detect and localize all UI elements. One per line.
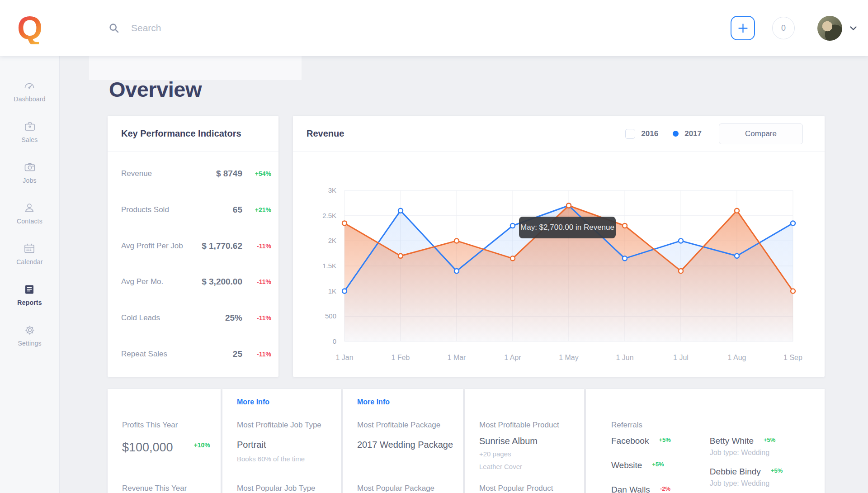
referral-delta: -2% [660,485,670,492]
svg-text:1 Aug: 1 Aug [728,354,746,361]
referral-name: Website [611,460,642,470]
kpi-delta: -11% [242,278,271,285]
product-panel: Most Profitable Product Sunrise Album +2… [465,389,584,493]
revenue-this-year-label: Revenue This Year [122,484,187,493]
svg-text:1 May: 1 May [559,354,579,361]
referral-delta: +5% [764,436,775,443]
svg-text:1K: 1K [328,287,336,295]
profits-label: Profits This Year [122,421,216,430]
scrolled-card-edge [89,55,302,80]
sidebar-item-calendar[interactable]: Calendar [16,242,42,265]
avatar[interactable] [817,16,842,41]
sidebar-label: Dashboard [14,95,45,103]
kpi-row: Avg Profit Per Job $ 1,770.62 -11% [108,228,278,264]
legend-label-2017[interactable]: 2017 [684,129,702,138]
sidebar-label: Settings [18,340,41,347]
year-2016-checkbox[interactable] [625,129,635,139]
kpi-card-title: Key Performance Indicators [108,116,278,152]
job-type-value: Portrait [237,440,336,450]
spacer [122,398,216,421]
revenue-chart: 3K2.5K2K1.5K1K50001 Jan1 Feb1 Mar1 Apr1 … [293,152,825,377]
svg-text:1.5K: 1.5K [322,262,336,270]
search-input[interactable] [131,23,411,33]
sidebar-item-dashboard[interactable]: Dashboard [14,80,45,103]
product-note-cover: Leather Cover [479,463,580,470]
legend-dot-2017[interactable] [673,131,679,137]
add-button[interactable] [731,16,755,40]
sidebar-label: Jobs [23,177,36,184]
referral-sources: Facebook +5% Website +5% Dan Walls -2% [611,436,671,493]
job-type-note: Books 60% of the time [237,455,336,463]
svg-text:1 Feb: 1 Feb [392,354,410,361]
legend-label-2016[interactable]: 2016 [641,129,658,138]
revenue-card-title: Revenue [307,128,344,139]
referral-delta: +5% [771,467,783,474]
sidebar: Dashboard Sales Jobs Contacts [0,56,60,493]
kpi-label: Avg Per Mo. [121,277,163,286]
kpi-value: $ 3,200.00 [202,277,242,287]
kpi-label: Revenue [121,169,152,178]
sidebar-label: Sales [21,136,38,143]
kpi-delta: -11% [242,314,271,322]
more-info-link[interactable]: More Info [357,398,458,421]
more-info-link[interactable]: More Info [237,398,336,421]
svg-text:1 Jul: 1 Jul [673,354,689,361]
kpi-delta: -11% [242,351,271,358]
notifications-badge[interactable]: 0 [772,17,795,39]
svg-text:2.5K: 2.5K [322,212,336,219]
kpi-row: Cold Leads 25% -11% [108,300,278,336]
revenue-card: Revenue 2016 2017 Compare 3K2.5K2K1.5K1K… [293,116,825,377]
kpi-value: 25% [225,313,242,323]
popular-product-label: Most Popular Product [479,484,553,493]
referral-name: Facebook [611,436,649,446]
profits-value: $100,000 [122,441,173,455]
sidebar-item-jobs[interactable]: Jobs [23,161,36,184]
kpi-value: $ 8749 [216,169,242,179]
kpi-value: 25 [233,349,242,359]
search-bar [108,23,731,33]
kpi-delta: -11% [242,242,271,250]
camera-icon [24,161,36,174]
referral-job-type: Job type: Wedding [710,449,783,457]
profits-delta: +10% [194,441,210,449]
sidebar-item-settings[interactable]: Settings [18,324,41,347]
top-bar: Q 0 [0,0,868,56]
sidebar-item-contacts[interactable]: Contacts [17,202,42,225]
popular-package-label: Most Popular Package [357,484,434,493]
main-content: Overview Key Performance Indicators Reve… [60,56,868,493]
gear-icon [24,324,36,337]
chart-legend: 2016 2017 [625,129,702,139]
kpi-row: Products Sold 65 +21% [108,192,278,228]
kpi-delta: +21% [242,206,271,213]
compare-button[interactable]: Compare [719,123,803,144]
profits-panel: Profits This Year $100,000 +10% Revenue … [108,389,221,493]
sidebar-item-reports[interactable]: Reports [17,283,42,306]
page-title: Overview [109,77,825,102]
referral-name: Dan Walls [611,485,650,493]
line-chart: 3K2.5K2K1.5K1K50001 Jan1 Feb1 Mar1 Apr1 … [293,152,825,377]
kpi-rows: Revenue $ 8749 +54%Products Sold 65 +21%… [108,152,278,377]
kpi-label: Repeat Sales [121,350,167,359]
app-logo[interactable]: Q [0,12,60,44]
spacer [479,398,580,421]
popular-job-type-label: Most Popular Job Type [237,484,316,493]
kpi-card: Key Performance Indicators Revenue $ 874… [108,116,278,377]
report-icon [23,283,36,296]
plus-icon [737,22,749,34]
sidebar-label: Reports [17,299,42,306]
job-type-panel: More Info Most Profitable Job Type Portr… [222,389,341,493]
spacer [611,398,820,421]
svg-text:2K: 2K [328,237,336,244]
referral-delta: +5% [652,461,664,468]
chevron-down-icon[interactable] [849,26,857,31]
kpi-label: Cold Leads [121,313,160,322]
svg-text:3K: 3K [328,186,336,194]
product-value: Sunrise Album [479,436,580,446]
referral-name: Debbie Bindy [710,467,761,477]
sidebar-item-sales[interactable]: Sales [21,120,38,143]
referral-delta: +5% [659,436,670,443]
person-icon [23,202,36,214]
briefcase-icon [24,120,36,133]
svg-text:1 Sep: 1 Sep [783,354,802,361]
topbar-actions: 0 [731,16,857,41]
